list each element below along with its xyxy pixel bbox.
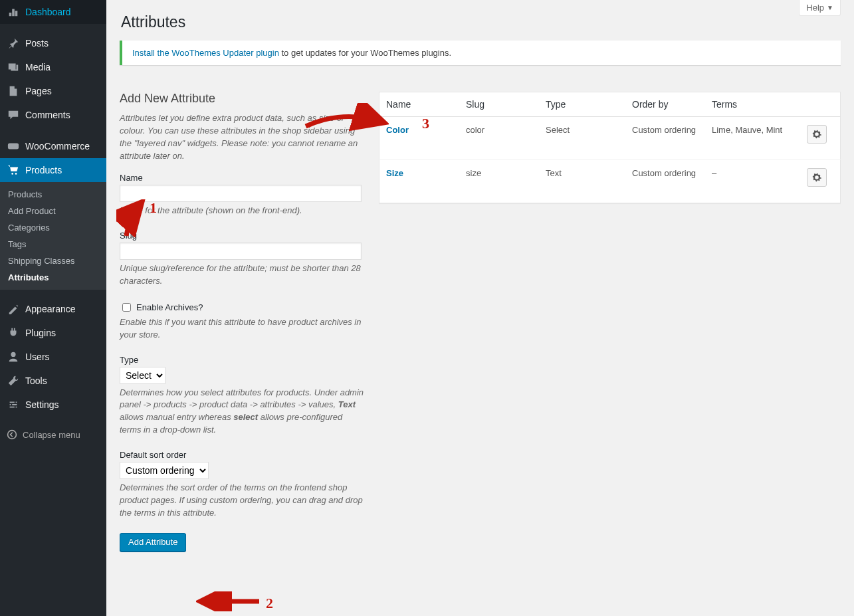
archives-desc: Enable this if you want this attribute t… xyxy=(120,316,366,342)
row-type: Text xyxy=(539,160,625,203)
th-type[interactable]: Type xyxy=(539,92,625,117)
archives-label: Enable Archives? xyxy=(136,302,203,312)
row-name-link[interactable]: Size xyxy=(386,168,403,178)
menu-label: Plugins xyxy=(25,328,56,338)
menu-label: Settings xyxy=(25,399,59,410)
users-icon xyxy=(7,350,20,363)
menu-dashboard[interactable]: Dashboard xyxy=(0,0,106,24)
svg-point-1 xyxy=(8,431,17,439)
menu-label: Comments xyxy=(25,110,70,120)
comments-icon xyxy=(7,108,20,122)
attribute-slug-input[interactable] xyxy=(120,243,362,260)
appearance-icon xyxy=(7,302,20,316)
gear-icon xyxy=(812,130,821,139)
row-terms: – xyxy=(705,160,800,203)
collapse-menu[interactable]: Collapse menu xyxy=(0,424,106,445)
settings-icon xyxy=(7,398,20,411)
form-heading: Add New Attribute xyxy=(120,92,366,106)
media-icon xyxy=(7,60,20,74)
row-terms: Lime, Mauve, Mint xyxy=(705,117,800,160)
menu-label: Posts xyxy=(25,38,49,49)
form-intro: Attributes let you define extra product … xyxy=(120,112,366,162)
th-name[interactable]: Name xyxy=(379,92,460,117)
menu-label: Dashboard xyxy=(25,7,71,17)
row-orderby: Custom ordering xyxy=(625,160,705,203)
menu-woocommerce[interactable]: WooCommerce xyxy=(0,134,106,158)
help-tab[interactable]: Help ▼ xyxy=(799,0,841,16)
woocommerce-icon xyxy=(7,140,20,153)
th-orderby[interactable]: Order by xyxy=(625,92,705,117)
slug-label: Slug xyxy=(120,231,366,241)
menu-label: Tools xyxy=(25,375,47,386)
submenu-attributes[interactable]: Attributes xyxy=(0,269,106,286)
th-slug[interactable]: Slug xyxy=(459,92,539,117)
add-attribute-button[interactable]: Add Attribute xyxy=(120,533,186,552)
tools-icon xyxy=(7,374,20,387)
pages-icon xyxy=(7,84,20,98)
slug-desc: Unique slug/reference for the attribute;… xyxy=(120,262,366,288)
th-terms[interactable]: Terms xyxy=(705,92,800,117)
cart-icon xyxy=(7,163,20,177)
menu-users[interactable]: Users xyxy=(0,345,106,369)
name-desc: Name for the attribute (shown on the fro… xyxy=(120,205,366,217)
row-name-link[interactable]: Color xyxy=(386,125,409,135)
menu-label: Appearance xyxy=(25,304,76,314)
submenu-categories[interactable]: Categories xyxy=(0,219,106,236)
pin-icon xyxy=(7,37,20,50)
configure-terms-button[interactable] xyxy=(807,168,827,187)
menu-label: Products xyxy=(25,165,62,175)
menu-settings[interactable]: Settings xyxy=(0,393,106,417)
type-label: Type xyxy=(120,355,366,365)
sort-label: Default sort order xyxy=(120,450,366,460)
svg-rect-0 xyxy=(8,144,19,150)
add-attribute-form: Add New Attribute Attributes let you def… xyxy=(120,92,366,552)
products-submenu: Products Add Product Categories Tags Shi… xyxy=(0,182,106,290)
attribute-name-input[interactable] xyxy=(120,185,362,202)
submenu-shipping-classes[interactable]: Shipping Classes xyxy=(0,253,106,269)
menu-posts[interactable]: Posts xyxy=(0,31,106,55)
admin-sidebar: Dashboard Posts Media Pages Comments Woo… xyxy=(0,0,106,616)
collapse-label: Collapse menu xyxy=(23,430,80,440)
menu-label: Pages xyxy=(25,86,52,96)
menu-media[interactable]: Media xyxy=(0,55,106,79)
menu-comments[interactable]: Comments xyxy=(0,103,106,127)
plugins-icon xyxy=(7,326,20,340)
attributes-table: Name Slug Type Order by Terms Color colo… xyxy=(379,92,841,203)
configure-terms-button[interactable] xyxy=(807,125,827,144)
name-label: Name xyxy=(120,173,366,183)
row-slug: size xyxy=(459,160,539,203)
submenu-tags[interactable]: Tags xyxy=(0,236,106,253)
attribute-sort-select[interactable]: Custom ordering xyxy=(120,462,209,479)
type-desc: Determines how you select attributes for… xyxy=(120,387,366,437)
row-type: Select xyxy=(539,117,625,160)
menu-pages[interactable]: Pages xyxy=(0,79,106,103)
install-updater-link[interactable]: Install the WooThemes Updater plugin xyxy=(132,48,279,58)
attribute-type-select[interactable]: Select xyxy=(120,367,165,384)
enable-archives-checkbox[interactable] xyxy=(122,303,131,312)
th-actions xyxy=(800,92,841,117)
menu-appearance[interactable]: Appearance xyxy=(0,297,106,321)
dashboard-icon xyxy=(7,5,20,19)
notice-text: to get updates for your WooThemes plugin… xyxy=(279,48,451,58)
table-row: Size size Text Custom ordering – xyxy=(379,160,841,203)
table-row: Color color Select Custom ordering Lime,… xyxy=(379,117,841,160)
gear-icon xyxy=(812,173,821,182)
menu-label: Users xyxy=(25,352,50,362)
submenu-products[interactable]: Products xyxy=(0,186,106,203)
updater-notice: Install the WooThemes Updater plugin to … xyxy=(120,41,841,65)
submenu-add-product[interactable]: Add Product xyxy=(0,203,106,219)
menu-label: WooCommerce xyxy=(25,141,90,152)
chevron-down-icon: ▼ xyxy=(827,4,833,11)
page-title: Attributes xyxy=(121,13,841,31)
menu-products[interactable]: Products xyxy=(0,158,106,182)
menu-tools[interactable]: Tools xyxy=(0,369,106,393)
row-slug: color xyxy=(459,117,539,160)
row-orderby: Custom ordering xyxy=(625,117,705,160)
collapse-icon xyxy=(7,429,17,440)
menu-plugins[interactable]: Plugins xyxy=(0,321,106,345)
sort-desc: Determines the sort order of the terms o… xyxy=(120,482,366,520)
help-label: Help xyxy=(806,3,824,13)
menu-label: Media xyxy=(25,62,51,72)
